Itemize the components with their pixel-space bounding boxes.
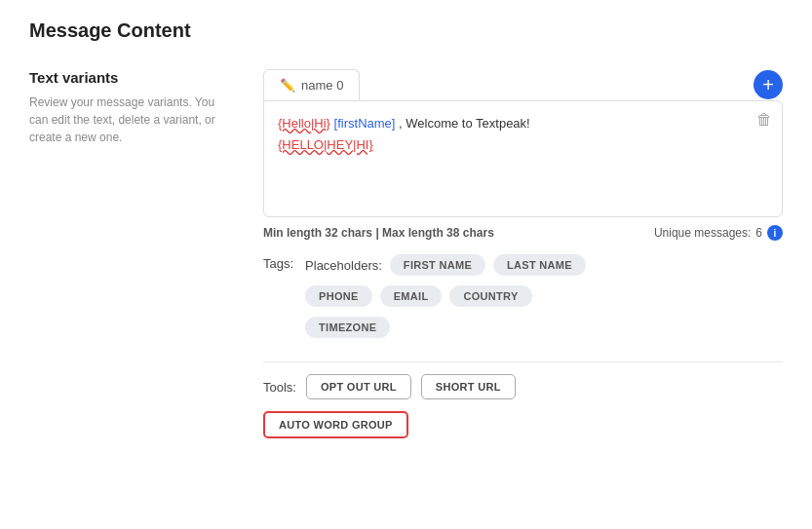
tags-label: Tags: bbox=[263, 254, 293, 271]
placeholders-row2: PHONE EMAIL COUNTRY bbox=[305, 285, 586, 307]
right-panel: ✏️ name 0 + 🗑 {Hello|Hi} [firstName] , W… bbox=[263, 69, 783, 438]
divider bbox=[263, 361, 783, 362]
tools-row2: AUTO WORD GROUP bbox=[263, 411, 408, 438]
tools-row1: Tools: OPT OUT URL SHORT URL bbox=[263, 374, 516, 399]
short-url-button[interactable]: SHORT URL bbox=[421, 374, 516, 399]
chip-email[interactable]: EMAIL bbox=[380, 285, 443, 307]
variant-hello-hey-hi: {HELLO|HEY|HI} bbox=[278, 137, 373, 152]
delete-icon[interactable]: 🗑 bbox=[756, 111, 772, 129]
main-layout: Text variants Review your message varian… bbox=[29, 69, 783, 438]
variant-hello-hi: {Hello|Hi} bbox=[278, 116, 330, 131]
min-length-label: Min length bbox=[263, 226, 322, 240]
unique-messages: Unique messages: 6 i bbox=[654, 225, 783, 241]
auto-word-group-button[interactable]: AUTO WORD GROUP bbox=[263, 411, 408, 438]
placeholder-firstname: [firstName] bbox=[334, 116, 396, 131]
chip-country[interactable]: COUNTRY bbox=[449, 285, 531, 307]
left-panel: Text variants Review your message varian… bbox=[29, 69, 224, 146]
placeholders-row3: TIMEZONE bbox=[305, 317, 586, 338]
message-rest1: , Welcome to Textpeak! bbox=[399, 116, 530, 131]
add-variant-button[interactable]: + bbox=[754, 70, 783, 99]
unique-label: Unique messages: bbox=[654, 226, 751, 240]
message-box: 🗑 {Hello|Hi} [firstName] , Welcome to Te… bbox=[263, 100, 783, 217]
placeholders-row: Placeholders: FIRST NAME LAST NAME bbox=[305, 254, 586, 276]
opt-out-url-button[interactable]: OPT OUT URL bbox=[306, 374, 411, 399]
tags-content: Placeholders: FIRST NAME LAST NAME PHONE… bbox=[305, 254, 586, 346]
info-icon[interactable]: i bbox=[767, 225, 783, 241]
tab-row: ✏️ name 0 + bbox=[263, 69, 783, 100]
chip-phone[interactable]: PHONE bbox=[305, 285, 372, 307]
tools-label: Tools: bbox=[263, 380, 296, 395]
placeholders-label: Placeholders: bbox=[305, 258, 382, 273]
min-length-value: 32 chars bbox=[325, 226, 372, 240]
tab-label: name 0 bbox=[301, 78, 343, 93]
max-length-value: 38 chars bbox=[446, 226, 494, 240]
message-content: {Hello|Hi} [firstName] , Welcome to Text… bbox=[278, 113, 768, 156]
page-title: Message Content bbox=[29, 19, 783, 42]
variant-tab[interactable]: ✏️ name 0 bbox=[263, 69, 360, 100]
chip-timezone[interactable]: TIMEZONE bbox=[305, 317, 390, 338]
variants-description: Review your message variants. You can ed… bbox=[29, 94, 224, 146]
stats-row: Min length 32 chars | Max length 38 char… bbox=[263, 225, 783, 241]
variants-title: Text variants bbox=[29, 69, 224, 86]
chip-firstname[interactable]: FIRST NAME bbox=[390, 254, 485, 276]
chip-lastname[interactable]: LAST NAME bbox=[493, 254, 586, 276]
pencil-icon: ✏️ bbox=[280, 78, 295, 93]
stats-left: Min length 32 chars | Max length 38 char… bbox=[263, 226, 494, 240]
max-length-label: Max length bbox=[382, 226, 444, 240]
tags-section: Tags: Placeholders: FIRST NAME LAST NAME… bbox=[263, 254, 783, 346]
unique-count: 6 bbox=[755, 226, 762, 240]
tools-section: Tools: OPT OUT URL SHORT URL AUTO WORD G… bbox=[263, 374, 783, 438]
